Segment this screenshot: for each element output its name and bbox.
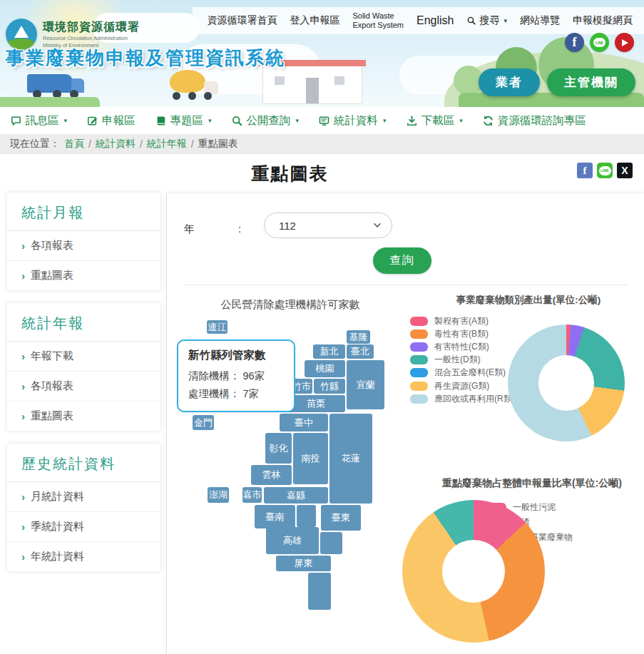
nav-item-statistics[interactable]: 統計資料▾	[318, 113, 387, 128]
legend-swatch	[410, 317, 428, 326]
map-tile-kaohsiung[interactable]: 高雄	[266, 527, 319, 554]
book-icon	[155, 115, 167, 127]
map-tile-kinmen[interactable]: 金門	[193, 415, 214, 430]
sidebar-item-history-1[interactable]: ›季統計資料	[7, 511, 160, 541]
sidebar-item-monthly-1[interactable]: ›重點圖表	[7, 260, 160, 290]
map-tile-pingtung[interactable]: 屏東	[276, 556, 331, 571]
download-icon	[406, 115, 418, 127]
query-button[interactable]: 查詢	[373, 247, 431, 274]
map-tile-lienchiang[interactable]: 連江	[207, 320, 228, 334]
x-share-icon[interactable]: X	[617, 163, 633, 178]
role-button-operator[interactable]: 業者	[479, 68, 540, 96]
sidebar-item-history-0[interactable]: ›月統計資料	[7, 482, 160, 511]
legend-swatch	[410, 382, 428, 391]
tooltip-treatment: 處理機構： 7家	[188, 385, 294, 403]
legend-label: 製程有害(A類)	[434, 315, 489, 327]
map-tile-taichung[interactable]: 臺中	[280, 414, 328, 431]
donut-chart-key-waste-ratio[interactable]	[402, 500, 545, 643]
sidebar-item-history-2[interactable]: ›年統計資料	[7, 541, 160, 571]
caret-down-icon: ▾	[208, 117, 212, 124]
nav-item-label: 統計資料	[334, 113, 378, 128]
nav-item-label: 下載區	[421, 113, 455, 128]
map-tile-taipei[interactable]: 臺北	[347, 344, 374, 359]
truck-decoration	[27, 74, 73, 93]
top-link-english[interactable]: English	[416, 14, 454, 27]
legend-label: 有害特性(C類)	[434, 341, 489, 353]
nav-item-topics[interactable]: 專題區▾	[155, 113, 212, 128]
facebook-icon[interactable]: f	[565, 33, 584, 52]
top-link-bar: 資源循環署首頁登入申報區Solid WasteExport SystemEngl…	[193, 7, 644, 34]
map-tile-taitung[interactable]: 臺東	[321, 505, 361, 531]
top-link-login-report[interactable]: 登入申報區	[290, 14, 339, 27]
chevron-right-icon: ›	[21, 551, 25, 563]
edit-icon	[86, 115, 98, 127]
youtube-icon[interactable]	[615, 33, 634, 52]
site-header: 資源循環署首頁登入申報區Solid WasteExport SystemEngl…	[0, 0, 644, 107]
breadcrumb-item-1[interactable]: 統計資料	[96, 138, 136, 150]
donut2-title: 重點廢棄物占整體申報量比率(單位:公噸)	[416, 477, 644, 490]
nav-item-downloads[interactable]: 下載區▾	[406, 113, 463, 128]
nav-item-label: 公開查詢	[247, 113, 291, 128]
sidebar-item-monthly-0[interactable]: ›各項報表	[7, 231, 160, 260]
main-nav: 訊息區▾申報區專題區▾公開查詢▾統計資料▾下載區▾資源循環諮詢專區	[0, 107, 644, 134]
sidebar-item-annual-1[interactable]: ›各項報表	[7, 371, 160, 401]
breadcrumb-item-0[interactable]: 首頁	[64, 138, 84, 150]
role-button-authority[interactable]: 主管機關	[547, 68, 635, 96]
breadcrumb-separator: /	[191, 138, 194, 150]
nav-item-news[interactable]: 訊息區▾	[10, 113, 67, 128]
comment-icon	[10, 115, 22, 127]
map-chart-title: 公民營清除處理機構許可家數	[167, 298, 414, 312]
top-link-search[interactable]: 搜尋▾	[466, 14, 507, 27]
sidebar-section-annual: 統計年報›年報下載›各項報表›重點圖表	[7, 303, 160, 431]
top-link-rca-home[interactable]: 資源循環署首頁	[207, 14, 277, 27]
map-tile-yilan[interactable]: 宜蘭	[347, 360, 384, 409]
factory-decoration	[262, 66, 362, 104]
map-tile-keelung[interactable]: 基隆	[347, 330, 370, 344]
legend-item[interactable]: 應回收或再利用(R類)	[410, 392, 515, 405]
nav-item-report[interactable]: 申報區	[86, 113, 136, 128]
caret-down-icon: ▾	[383, 117, 387, 124]
legend-item[interactable]: 製程有害(A類)	[410, 315, 515, 327]
map-tile-miaoli[interactable]: 苗栗	[287, 395, 345, 412]
map-tile-yunlin[interactable]: 雲林	[251, 465, 292, 485]
tooltip-title: 新竹縣列管家數	[188, 348, 294, 363]
breadcrumb-separator: /	[88, 138, 91, 150]
monitor-icon	[318, 115, 330, 127]
map-tile-chiayi-county[interactable]: 嘉縣	[264, 487, 328, 504]
legend-swatch	[410, 355, 428, 364]
sidebar-item-annual-0[interactable]: ›年報下載	[7, 342, 160, 371]
nav-item-public-query[interactable]: 公開查詢▾	[231, 113, 300, 128]
legend-item[interactable]: 一般性(D類)	[410, 354, 515, 367]
map-tile-new-taipei[interactable]: 新北	[313, 344, 345, 359]
map-tile-tainan[interactable]: 臺南	[255, 505, 295, 528]
year-select[interactable]: 112	[264, 213, 392, 238]
nav-item-recycle-consult[interactable]: 資源循環諮詢專區	[482, 113, 586, 128]
top-link-label: 登入申報區	[290, 14, 339, 27]
map-tile-penghu[interactable]: 澎湖	[208, 487, 229, 503]
sidebar-item-annual-2[interactable]: ›重點圖表	[7, 401, 160, 431]
map-tile-chiayi-city[interactable]: 嘉市	[242, 487, 262, 503]
legend-swatch	[410, 394, 428, 404]
legend-item[interactable]: 毒性有害(B類)	[410, 327, 515, 340]
legend-item[interactable]: 有害特性(C類)	[410, 340, 515, 353]
line-icon[interactable]: LINE	[590, 33, 609, 52]
legend-label: 應回收或再利用(R類)	[434, 393, 515, 405]
map-tile-changhua[interactable]: 彰化	[265, 433, 292, 464]
donut-chart-waste-category[interactable]	[508, 325, 625, 441]
facebook-share-icon[interactable]: f	[577, 163, 593, 178]
legend-item[interactable]: 再生資源(G類)	[410, 379, 515, 392]
top-link-report-sim[interactable]: 申報模擬網頁	[573, 14, 633, 27]
sidebar-item-label: 重點圖表	[31, 269, 73, 282]
tooltip-clearance: 清除機構： 96家	[188, 367, 294, 385]
legend-label: 一般性(D類)	[434, 354, 481, 366]
map-tile-hualien[interactable]: 花蓮	[329, 414, 372, 504]
map-tile-hsinchu-county[interactable]: 竹縣	[314, 379, 345, 394]
line-share-icon[interactable]: LINE	[597, 163, 613, 178]
top-link-sitemap[interactable]: 網站導覽	[520, 14, 560, 27]
top-link-solid-waste-export[interactable]: Solid WasteExport System	[352, 11, 404, 29]
map-tile-nantou[interactable]: 南投	[293, 433, 328, 484]
legend-item[interactable]: 混合五金廢料(E類)	[410, 367, 515, 379]
map-tile-taoyuan[interactable]: 桃園	[305, 360, 345, 377]
breadcrumb-item-2[interactable]: 統計年報	[147, 138, 187, 150]
share-icons: f LINE X	[577, 163, 633, 178]
